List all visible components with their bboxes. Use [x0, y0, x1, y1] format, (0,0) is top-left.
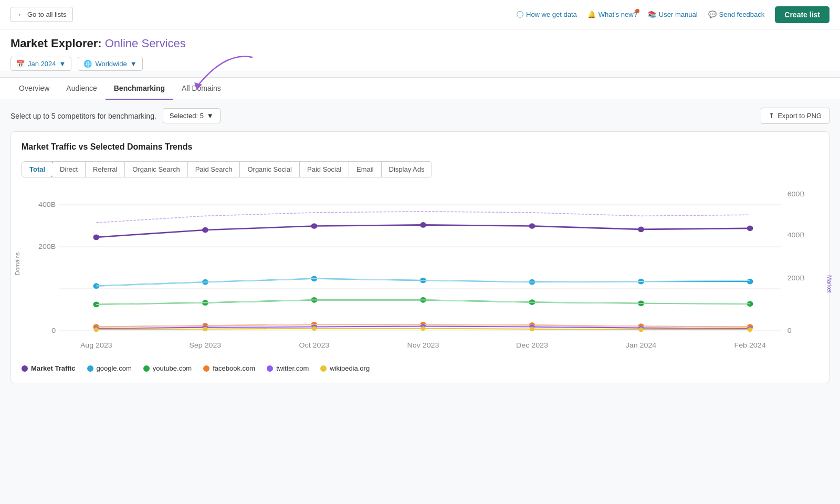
svg-text:Feb 2024: Feb 2024: [734, 342, 766, 349]
traffic-tab-email[interactable]: Email: [349, 162, 382, 177]
traffic-tab-organic-search[interactable]: Organic Search: [125, 162, 187, 177]
svg-point-56: [312, 326, 317, 331]
traffic-tab-referral[interactable]: Referral: [86, 162, 125, 177]
traffic-tab-direct[interactable]: Direct: [52, 162, 86, 177]
arrow-left-icon: ←: [17, 10, 24, 18]
upload-icon: ⤒: [769, 112, 774, 120]
y-axis-right-label: Market: [826, 275, 833, 293]
svg-text:600B: 600B: [788, 191, 805, 198]
svg-point-55: [203, 327, 207, 332]
svg-point-25: [747, 225, 753, 231]
svg-text:Oct 2023: Oct 2023: [299, 342, 330, 349]
legend-dot: [22, 365, 28, 372]
svg-point-22: [420, 222, 426, 228]
svg-point-59: [638, 328, 643, 332]
globe-icon: 🌐: [83, 60, 92, 68]
svg-text:0: 0: [788, 327, 792, 334]
svg-point-32: [747, 279, 753, 285]
svg-text:200B: 200B: [788, 275, 805, 282]
title-suffix: Online Services: [105, 37, 186, 50]
benchmarking-left: Select up to 5 competitors for benchmark…: [10, 108, 220, 123]
tab-all-domains[interactable]: All Domains: [173, 78, 229, 100]
create-list-button[interactable]: Create list: [775, 6, 830, 23]
legend-item-Market Traffic: Market Traffic: [22, 364, 76, 372]
how-we-get-data-link[interactable]: ⓘ How we get data: [517, 10, 577, 19]
svg-text:400B: 400B: [788, 232, 805, 239]
svg-point-23: [529, 223, 536, 229]
legend-label: facebook.com: [213, 364, 255, 372]
send-feedback-link[interactable]: 💬 Send feedback: [708, 10, 765, 18]
tab-audience[interactable]: Audience: [58, 78, 105, 100]
user-manual-link[interactable]: 📚 User manual: [648, 10, 698, 18]
whats-new-wrapper: 🔔 What's new?: [587, 10, 637, 18]
legend-item-wikipedia-org: wikipedia.org: [320, 364, 370, 372]
traffic-tab-display-ads[interactable]: Display Ads: [382, 162, 432, 177]
traffic-tabs: TotalDirectReferralOrganic SearchPaid Se…: [22, 161, 432, 177]
chart-title: Market Traffic vs Selected Domains Trend…: [22, 142, 818, 152]
selected-dropdown-label: Selected: 5: [170, 112, 204, 120]
svg-text:Sep 2023: Sep 2023: [189, 342, 221, 349]
traffic-tab-paid-social[interactable]: Paid Social: [300, 162, 349, 177]
tab-overview[interactable]: Overview: [10, 78, 58, 100]
info-icon: ⓘ: [517, 10, 523, 19]
chart-legend: Market Trafficgoogle.comyoutube.comfaceb…: [22, 364, 818, 372]
chat-icon: 💬: [708, 10, 717, 18]
svg-text:Jan 2024: Jan 2024: [626, 342, 657, 349]
svg-point-58: [530, 327, 534, 332]
legend-dot: [267, 365, 273, 372]
legend-label: twitter.com: [276, 364, 309, 372]
svg-text:Dec 2023: Dec 2023: [516, 342, 548, 349]
page-title: Market Explorer: Online Services: [10, 37, 830, 50]
chevron-down-icon-geo: ▼: [130, 60, 137, 68]
chart-area: Domains Market 400B 200B 0 600B 400B 200…: [22, 188, 818, 356]
date-filter-label: Jan 2024: [28, 60, 56, 68]
svg-point-20: [202, 227, 208, 233]
svg-text:200B: 200B: [38, 243, 56, 250]
svg-text:0: 0: [51, 327, 56, 334]
top-bar-left: ← Go to all lists: [10, 7, 73, 22]
svg-text:Nov 2023: Nov 2023: [407, 342, 439, 349]
legend-label: youtube.com: [153, 364, 192, 372]
export-button[interactable]: ⤒ Export to PNG: [761, 108, 830, 124]
geo-filter-button[interactable]: 🌐 Worldwide ▼: [78, 57, 142, 71]
geo-filter-label: Worldwide: [95, 60, 127, 68]
svg-point-54: [94, 328, 99, 332]
top-bar-right: ⓘ How we get data 🔔 What's new? 📚 User m…: [517, 6, 830, 23]
svg-text:400B: 400B: [38, 201, 56, 208]
legend-dot: [320, 365, 327, 372]
export-label: Export to PNG: [778, 112, 822, 120]
legend-label: google.com: [97, 364, 132, 372]
traffic-tab-total[interactable]: Total: [22, 161, 53, 177]
main-content: Select up to 5 competitors for benchmark…: [0, 99, 840, 392]
svg-point-24: [638, 227, 644, 233]
traffic-tab-paid-search[interactable]: Paid Search: [188, 162, 240, 177]
legend-item-youtube-com: youtube.com: [143, 364, 192, 372]
filter-row: 📅 Jan 2024 ▼ 🌐 Worldwide ▼: [10, 57, 830, 71]
title-prefix: Market Explorer:: [10, 37, 102, 50]
chevron-down-icon-dropdown: ▼: [207, 112, 214, 120]
legend-label: Market Traffic: [31, 364, 76, 372]
legend-dot: [143, 365, 150, 372]
y-axis-left-label: Domains: [14, 253, 20, 275]
whats-new-link[interactable]: 🔔 What's new?: [587, 10, 637, 18]
go-back-button[interactable]: ← Go to all lists: [10, 7, 73, 22]
top-bar: ← Go to all lists ⓘ How we get data 🔔 Wh…: [0, 0, 840, 29]
svg-point-57: [421, 326, 425, 331]
legend-dot: [87, 365, 93, 372]
select-competitors-label: Select up to 5 competitors for benchmark…: [10, 112, 156, 120]
go-back-label: Go to all lists: [27, 10, 66, 18]
benchmarking-controls: Select up to 5 competitors for benchmark…: [10, 108, 830, 124]
tab-benchmarking[interactable]: Benchmarking: [106, 78, 173, 100]
legend-label: wikipedia.org: [330, 364, 370, 372]
calendar-icon: 📅: [16, 60, 25, 68]
legend-item-twitter-com: twitter.com: [267, 364, 309, 372]
traffic-tab-organic-social[interactable]: Organic Social: [240, 162, 300, 177]
page-header: Market Explorer: Online Services 📅 Jan 2…: [0, 29, 840, 71]
tabs-row: OverviewAudienceBenchmarkingAll Domains: [0, 77, 840, 99]
date-filter-button[interactable]: 📅 Jan 2024 ▼: [10, 57, 71, 71]
legend-item-facebook-com: facebook.com: [203, 364, 255, 372]
legend-item-google-com: google.com: [87, 364, 132, 372]
chart-svg: 400B 200B 0 600B 400B 200B 0 Aug 2023 Se…: [22, 188, 818, 356]
selected-dropdown[interactable]: Selected: 5 ▼: [163, 108, 220, 123]
svg-point-19: [93, 235, 99, 240]
